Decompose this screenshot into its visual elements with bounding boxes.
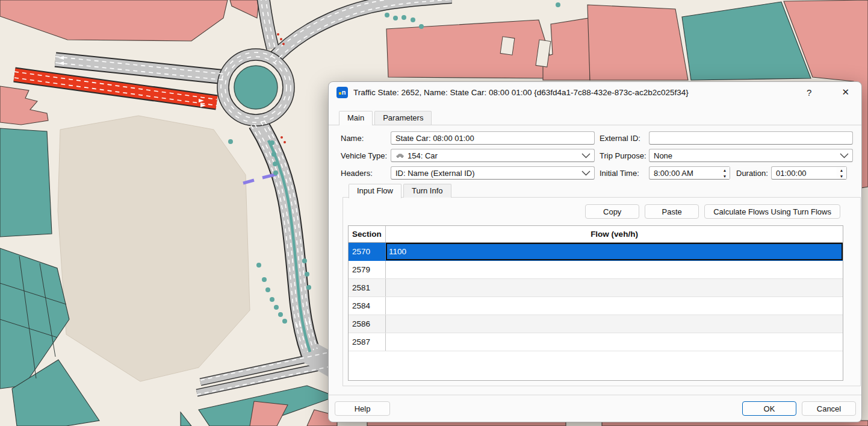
section-cell[interactable]: 2587 [349, 333, 386, 351]
spin-up-icon[interactable]: ▲ [720, 167, 730, 173]
input-flow-pane: Copy Paste Calculate Flows Using Turn Fl… [343, 197, 861, 386]
car-icon [395, 153, 405, 158]
map-tan-block [58, 116, 250, 381]
copy-button[interactable]: Copy [585, 204, 639, 219]
flow-cell[interactable] [386, 333, 843, 351]
close-icon[interactable]: ✕ [838, 86, 853, 99]
help-button[interactable]: Help [335, 401, 390, 416]
help-icon[interactable]: ? [803, 86, 815, 99]
section-cell[interactable]: 2581 [349, 279, 386, 296]
flow-actions: Copy Paste Calculate Flows Using Turn Fl… [343, 204, 840, 219]
aimsun-app-icon: n [336, 87, 348, 98]
dialog-titlebar[interactable]: n Traffic State: 2652, Name: State Car: … [329, 82, 861, 102]
flow-cell[interactable] [386, 279, 843, 296]
map-roundabout [217, 49, 294, 126]
flow-cell[interactable] [386, 261, 843, 278]
duration-spinner[interactable]: 01:00:00 ▲ ▼ [771, 166, 847, 180]
section-cell[interactable]: 2579 [349, 261, 386, 278]
icon-dot [339, 92, 341, 95]
traffic-state-dialog: n Traffic State: 2652, Name: State Car: … [328, 81, 862, 422]
application-window: n Traffic State: 2652, Name: State Car: … [0, 0, 868, 426]
dialog-title: Traffic State: 2652, Name: State Car: 08… [353, 88, 803, 97]
flow-table: Section Flow (veh/h) 2570 1100 2579 2581… [348, 225, 843, 381]
headers-select[interactable]: ID: Name (External ID) [391, 166, 595, 180]
external-id-label: External ID: [600, 134, 649, 143]
section-cell[interactable]: 2584 [349, 297, 386, 315]
ok-button[interactable]: OK [742, 401, 796, 416]
initial-time-label: Initial Time: [600, 169, 649, 178]
tab-parameters[interactable]: Parameters [374, 111, 432, 125]
external-id-input[interactable] [649, 131, 853, 145]
section-cell[interactable]: 2570 [349, 243, 386, 260]
tab-input-flow[interactable]: Input Flow [349, 184, 401, 198]
trip-purpose-select[interactable]: None [649, 149, 853, 162]
name-label: Name: [341, 134, 391, 143]
initial-time-spinner[interactable]: 8:00:00 AM ▲ ▼ [649, 166, 730, 180]
spin-up-icon[interactable]: ▲ [837, 167, 846, 173]
duration-label: Duration: [736, 169, 771, 178]
tab-main[interactable]: Main [339, 111, 373, 125]
vehicle-type-label: Vehicle Type: [341, 151, 391, 160]
cancel-button[interactable]: Cancel [802, 401, 856, 416]
main-form: Name: External ID: Vehicle Type: 154: Ca… [329, 125, 861, 180]
flow-column-header[interactable]: Flow (veh/h) [386, 226, 843, 242]
calculate-flows-button[interactable]: Calculate Flows Using Turn Flows [704, 204, 840, 219]
name-input[interactable] [391, 131, 595, 145]
flow-cell[interactable]: 1100 [386, 243, 843, 260]
table-row[interactable]: 2584 [349, 297, 843, 315]
table-row[interactable]: 2587 [349, 333, 843, 351]
dialog-footer: Help OK Cancel [329, 395, 861, 422]
tab-turn-info[interactable]: Turn Info [403, 184, 451, 198]
chevron-down-icon [581, 171, 591, 176]
vehicle-type-select[interactable]: 154: Car [391, 149, 595, 162]
table-row[interactable]: 2581 [349, 279, 843, 297]
table-row[interactable]: 2586 [349, 315, 843, 333]
spin-down-icon[interactable]: ▼ [837, 173, 846, 179]
table-row[interactable]: 2570 1100 [349, 243, 843, 261]
flow-subtabbar: Input Flow Turn Info [329, 184, 861, 198]
paste-button[interactable]: Paste [645, 204, 699, 219]
flow-cell[interactable] [386, 297, 843, 315]
main-tabbar: Main Parameters [329, 111, 861, 125]
trip-purpose-label: Trip Purpose: [600, 151, 649, 160]
table-row[interactable]: 2579 [349, 261, 843, 279]
section-cell[interactable]: 2586 [349, 315, 386, 333]
flow-table-header: Section Flow (veh/h) [349, 226, 843, 243]
section-column-header[interactable]: Section [349, 226, 386, 242]
flow-cell[interactable] [386, 315, 843, 333]
chevron-down-icon [840, 153, 849, 158]
spin-down-icon[interactable]: ▼ [720, 173, 730, 179]
headers-label: Headers: [341, 169, 391, 178]
chevron-down-icon [581, 153, 591, 158]
